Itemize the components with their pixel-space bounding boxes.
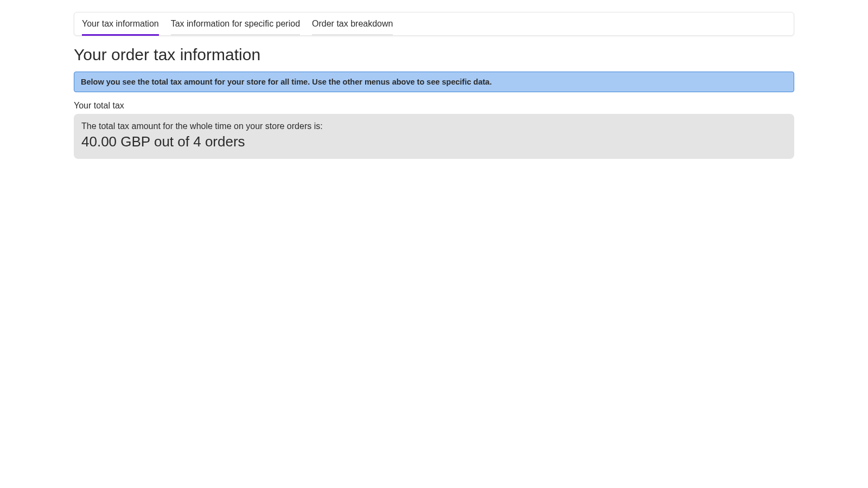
summary-description: The total tax amount for the whole time … [81,121,787,131]
section-label-total-tax: Your total tax [74,101,794,111]
tab-your-tax-information[interactable]: Your tax information [82,19,159,36]
tabs-card: Your tax information Tax information for… [74,12,794,36]
page-title: Your order tax information [74,46,794,64]
tab-order-tax-breakdown[interactable]: Order tax breakdown [312,19,393,36]
page-container: Your tax information Tax information for… [0,0,868,159]
tab-tax-information-specific-period[interactable]: Tax information for specific period [171,19,300,36]
total-tax-summary-card: The total tax amount for the whole time … [74,114,794,159]
info-banner: Below you see the total tax amount for y… [74,72,794,92]
summary-amount: 40.00 GBP out of 4 orders [81,133,787,150]
tabs: Your tax information Tax information for… [82,19,786,35]
